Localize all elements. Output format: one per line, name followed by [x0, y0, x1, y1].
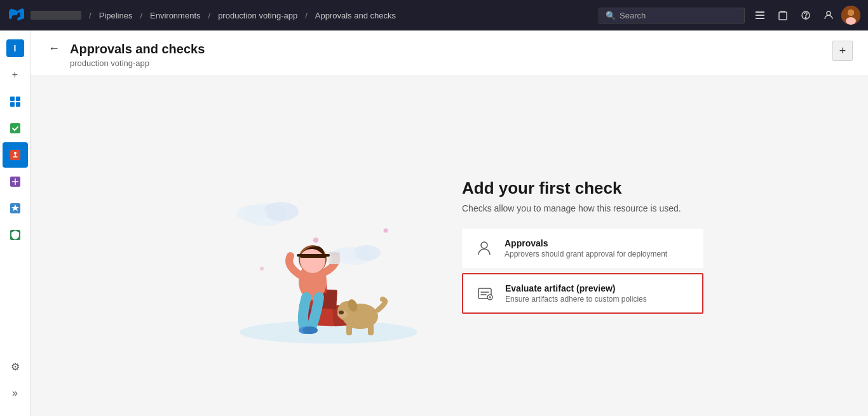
svg-point-26	[353, 245, 381, 260]
sidebar: I +	[0, 30, 31, 416]
plus-icon: +	[12, 69, 18, 81]
breadcrumb-sep-1: /	[89, 11, 92, 20]
add-check-button[interactable]: +	[832, 41, 853, 61]
svg-rect-3	[779, 12, 787, 20]
evaluate-artifact-check-item[interactable]: Evaluate artifact (preview) Ensure artif…	[462, 273, 703, 314]
main-layout: I +	[0, 30, 868, 416]
main-content: Add your first check Checks allow you to…	[31, 76, 868, 416]
org-name	[31, 11, 81, 20]
svg-rect-2	[756, 18, 764, 19]
approvals-check-item[interactable]: Approvals Approvers should grant approva…	[462, 229, 703, 268]
azure-devops-logo	[8, 6, 25, 24]
clipboard-icon-btn[interactable]	[773, 5, 793, 25]
page-subtitle: production voting-app	[70, 58, 825, 68]
evaluate-artifact-desc: Ensure artifacts adhere to custom polici…	[505, 295, 692, 304]
svg-point-48	[339, 311, 344, 314]
breadcrumb-approvals-checks: Approvals and checks	[315, 11, 396, 20]
svg-point-30	[260, 267, 264, 271]
nav-icons	[750, 5, 860, 25]
avatar[interactable]	[841, 6, 860, 25]
breadcrumb-pipelines[interactable]: Pipelines	[99, 11, 133, 20]
sidebar-item-settings[interactable]: ⚙	[3, 354, 28, 379]
svg-rect-44	[297, 254, 330, 257]
svg-rect-12	[16, 97, 20, 101]
content-area: ← Approvals and checks production voting…	[31, 30, 868, 416]
expand-icon: »	[12, 387, 18, 399]
svg-point-10	[848, 10, 854, 16]
testplans-icon	[9, 175, 22, 188]
svg-point-23	[263, 202, 299, 221]
svg-rect-14	[16, 102, 20, 107]
svg-point-5	[805, 17, 806, 18]
approvals-desc: Approvers should grant approval for depl…	[505, 250, 693, 258]
evaluate-artifact-icon	[473, 282, 496, 305]
svg-point-9	[846, 17, 856, 25]
breadcrumb-sep-4: /	[305, 11, 308, 20]
svg-point-28	[313, 238, 318, 243]
add-first-check-title: Add your first check	[462, 178, 703, 198]
repos-icon	[9, 122, 22, 135]
pipelines-icon	[9, 149, 22, 161]
svg-rect-51	[368, 324, 374, 335]
back-button[interactable]: ←	[46, 42, 62, 55]
person-icon-btn[interactable]	[818, 5, 839, 25]
evaluate-artifact-name: Evaluate artifact (preview)	[505, 283, 692, 293]
sidebar-item-boards[interactable]	[3, 89, 28, 114]
sidebar-item-artifacts[interactable]	[3, 196, 28, 221]
svg-point-6	[827, 11, 831, 15]
top-navigation: / Pipelines / Environments / production …	[0, 0, 868, 30]
sidebar-item-pipelines[interactable]	[3, 142, 28, 168]
sidebar-bottom: ⚙ »	[3, 349, 28, 411]
svg-rect-13	[10, 102, 15, 107]
approvals-name: Approvals	[505, 238, 693, 248]
sidebar-item-repos[interactable]	[3, 116, 28, 141]
artifacts-icon	[9, 202, 22, 215]
approvals-text: Approvals Approvers should grant approva…	[505, 238, 693, 258]
search-box[interactable]: 🔍 Search	[599, 8, 745, 23]
search-icon: 🔍	[606, 11, 616, 20]
breadcrumb-production-voting-app[interactable]: production voting-app	[218, 11, 297, 20]
svg-rect-0	[756, 11, 764, 13]
svg-rect-11	[10, 97, 15, 101]
svg-point-40	[302, 326, 318, 334]
illustration	[195, 145, 437, 348]
sidebar-item-add[interactable]: +	[3, 62, 28, 88]
info-panel: Add your first check Checks allow you to…	[437, 178, 703, 314]
check-list: Approvals Approvers should grant approva…	[462, 229, 703, 314]
sidebar-item-security[interactable]	[3, 222, 28, 248]
svg-rect-38	[329, 252, 340, 264]
svg-point-24	[236, 205, 268, 222]
sidebar-item-testplans[interactable]	[3, 169, 28, 194]
help-icon-btn[interactable]	[796, 5, 816, 25]
illustration-svg	[201, 158, 430, 348]
svg-rect-15	[10, 123, 20, 133]
breadcrumb-sep-2: /	[140, 11, 142, 20]
boards-icon	[9, 95, 22, 108]
svg-point-29	[384, 228, 388, 232]
security-icon	[9, 229, 22, 241]
sidebar-item-expand[interactable]: »	[3, 380, 28, 406]
breadcrumb-sep-3: /	[208, 11, 211, 20]
add-first-check-description: Checks allow you to manage how this reso…	[462, 203, 703, 213]
list-icon-btn[interactable]	[750, 5, 770, 25]
page-header: ← Approvals and checks production voting…	[31, 30, 868, 76]
settings-icon: ⚙	[11, 361, 20, 373]
approvals-icon	[473, 237, 496, 260]
breadcrumb-environments[interactable]: Environments	[150, 11, 200, 20]
search-label: Search	[620, 11, 646, 20]
svg-point-52	[481, 242, 487, 248]
home-icon: I	[6, 39, 24, 57]
svg-rect-50	[346, 324, 352, 335]
svg-rect-1	[756, 15, 764, 16]
avatar-image	[841, 6, 860, 25]
page-title: Approvals and checks	[70, 41, 825, 57]
sidebar-item-home[interactable]: I	[3, 36, 28, 61]
page-title-area: Approvals and checks production voting-a…	[70, 41, 825, 68]
evaluate-artifact-text: Evaluate artifact (preview) Ensure artif…	[505, 283, 692, 304]
